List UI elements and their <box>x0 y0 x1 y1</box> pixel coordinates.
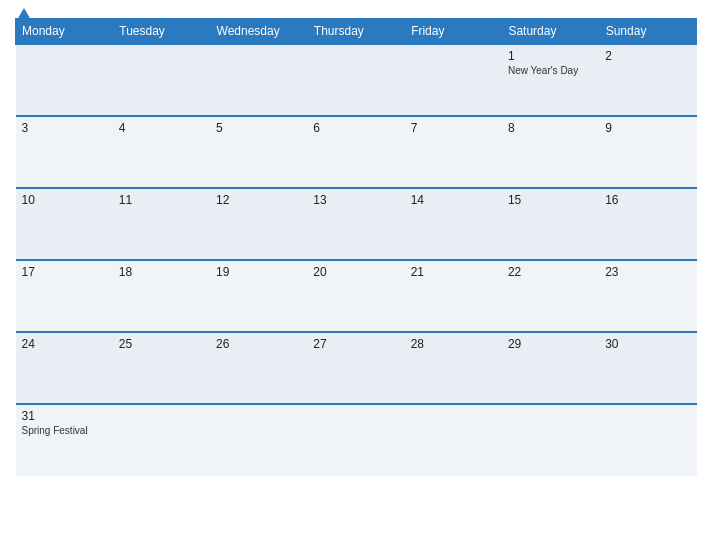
calendar-day-cell: 9 <box>599 116 696 188</box>
calendar-day-cell <box>599 404 696 476</box>
calendar-day-cell: 19 <box>210 260 307 332</box>
calendar-day-cell: 3 <box>16 116 113 188</box>
calendar-day-cell <box>210 44 307 116</box>
calendar-day-cell <box>210 404 307 476</box>
day-number: 25 <box>119 337 204 351</box>
calendar-day-cell <box>405 44 502 116</box>
day-number: 19 <box>216 265 301 279</box>
day-number: 21 <box>411 265 496 279</box>
calendar-day-cell: 6 <box>307 116 404 188</box>
calendar-week-row: 10111213141516 <box>16 188 697 260</box>
day-number: 12 <box>216 193 301 207</box>
day-number: 30 <box>605 337 690 351</box>
holiday-name: Spring Festival <box>22 425 107 436</box>
day-number: 15 <box>508 193 593 207</box>
logo <box>15 10 31 22</box>
calendar-day-cell: 17 <box>16 260 113 332</box>
calendar-week-row: 24252627282930 <box>16 332 697 404</box>
calendar-day-cell: 15 <box>502 188 599 260</box>
weekday-header: Wednesday <box>210 19 307 45</box>
calendar-day-cell <box>405 404 502 476</box>
day-number: 3 <box>22 121 107 135</box>
day-number: 4 <box>119 121 204 135</box>
weekday-header: Monday <box>16 19 113 45</box>
calendar-day-cell: 18 <box>113 260 210 332</box>
calendar-week-row: 31Spring Festival <box>16 404 697 476</box>
calendar-day-cell: 10 <box>16 188 113 260</box>
calendar-day-cell <box>16 44 113 116</box>
day-number: 8 <box>508 121 593 135</box>
weekday-header: Tuesday <box>113 19 210 45</box>
day-number: 16 <box>605 193 690 207</box>
day-number: 7 <box>411 121 496 135</box>
day-number: 14 <box>411 193 496 207</box>
day-number: 17 <box>22 265 107 279</box>
calendar-day-cell: 16 <box>599 188 696 260</box>
calendar-day-cell <box>307 404 404 476</box>
day-number: 2 <box>605 49 690 63</box>
day-number: 10 <box>22 193 107 207</box>
calendar-day-cell: 23 <box>599 260 696 332</box>
calendar-day-cell: 4 <box>113 116 210 188</box>
calendar-day-cell: 22 <box>502 260 599 332</box>
calendar-day-cell: 12 <box>210 188 307 260</box>
calendar-table: MondayTuesdayWednesdayThursdayFridaySatu… <box>15 18 697 476</box>
calendar-day-cell: 1New Year's Day <box>502 44 599 116</box>
calendar-day-cell <box>113 404 210 476</box>
day-number: 26 <box>216 337 301 351</box>
calendar-day-cell: 27 <box>307 332 404 404</box>
day-number: 29 <box>508 337 593 351</box>
day-number: 27 <box>313 337 398 351</box>
calendar-week-row: 3456789 <box>16 116 697 188</box>
calendar-week-row: 1New Year's Day2 <box>16 44 697 116</box>
day-number: 6 <box>313 121 398 135</box>
holiday-name: New Year's Day <box>508 65 593 76</box>
day-number: 22 <box>508 265 593 279</box>
calendar-day-cell <box>502 404 599 476</box>
calendar-day-cell: 30 <box>599 332 696 404</box>
weekday-header-row: MondayTuesdayWednesdayThursdayFridaySatu… <box>16 19 697 45</box>
calendar-day-cell: 14 <box>405 188 502 260</box>
day-number: 9 <box>605 121 690 135</box>
day-number: 13 <box>313 193 398 207</box>
weekday-header: Friday <box>405 19 502 45</box>
calendar-day-cell: 7 <box>405 116 502 188</box>
day-number: 23 <box>605 265 690 279</box>
logo-triangle-icon <box>17 8 31 20</box>
calendar-day-cell: 5 <box>210 116 307 188</box>
calendar-day-cell: 26 <box>210 332 307 404</box>
calendar-day-cell: 20 <box>307 260 404 332</box>
calendar-day-cell <box>113 44 210 116</box>
calendar-day-cell: 24 <box>16 332 113 404</box>
calendar-day-cell: 21 <box>405 260 502 332</box>
day-number: 24 <box>22 337 107 351</box>
day-number: 5 <box>216 121 301 135</box>
calendar-week-row: 17181920212223 <box>16 260 697 332</box>
calendar-day-cell: 31Spring Festival <box>16 404 113 476</box>
day-number: 18 <box>119 265 204 279</box>
calendar-day-cell: 2 <box>599 44 696 116</box>
calendar-day-cell: 13 <box>307 188 404 260</box>
day-number: 31 <box>22 409 107 423</box>
calendar-day-cell: 25 <box>113 332 210 404</box>
calendar-day-cell: 29 <box>502 332 599 404</box>
weekday-header: Saturday <box>502 19 599 45</box>
day-number: 20 <box>313 265 398 279</box>
calendar-day-cell: 11 <box>113 188 210 260</box>
calendar-day-cell: 8 <box>502 116 599 188</box>
calendar-day-cell <box>307 44 404 116</box>
day-number: 11 <box>119 193 204 207</box>
day-number: 1 <box>508 49 593 63</box>
weekday-header: Thursday <box>307 19 404 45</box>
weekday-header: Sunday <box>599 19 696 45</box>
day-number: 28 <box>411 337 496 351</box>
calendar-day-cell: 28 <box>405 332 502 404</box>
